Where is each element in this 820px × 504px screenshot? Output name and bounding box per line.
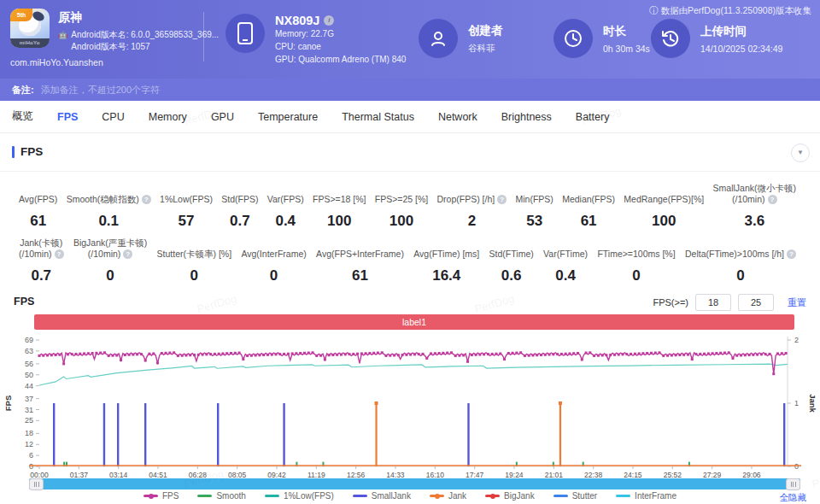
tab-brightness[interactable]: Brightness	[500, 103, 554, 132]
svg-text:11:19: 11:19	[308, 471, 325, 478]
tab-bar: 概览FPSCPUMemoryGPUTemperatureThermal Stat…	[0, 101, 820, 133]
metric-value: 0.7	[19, 267, 64, 284]
hide-all-link[interactable]: 全隐藏	[780, 492, 807, 504]
reset-link[interactable]: 重置	[788, 296, 806, 309]
legend-item-stutter[interactable]: Stutter	[554, 491, 597, 501]
legend-item-jank[interactable]: Jank	[430, 491, 466, 501]
help-icon[interactable]: ?	[123, 249, 132, 259]
upload-time-block: 上传时间 14/10/2025 02:34:49	[651, 19, 782, 58]
metric-label: Var(FPS)	[267, 183, 304, 205]
tab-gpu[interactable]: GPU	[209, 103, 236, 132]
device-info-icon[interactable]: i	[324, 15, 334, 26]
user-icon	[419, 19, 458, 58]
metric-label: BigJank(严重卡顿)(/10min)?	[73, 237, 147, 260]
app-version-code: Android版本号: 1057	[71, 41, 149, 53]
metric-label: Avg(FPS)	[19, 183, 57, 205]
svg-text:2: 2	[794, 336, 799, 344]
metric: 1%Low(FPS)57	[160, 183, 213, 230]
app-brand-label: miHoYo	[10, 38, 50, 48]
android-icon: 🤖	[58, 29, 67, 41]
creator-value: 谷科菲	[468, 43, 503, 55]
svg-text:00:00: 00:00	[30, 471, 49, 478]
svg-text:18: 18	[25, 429, 33, 437]
fps-threshold-input-1[interactable]	[695, 294, 731, 311]
header-divider	[203, 12, 204, 62]
tab-memory[interactable]: Memory	[147, 103, 189, 132]
tab-cpu[interactable]: CPU	[100, 103, 126, 132]
svg-text:63: 63	[25, 347, 33, 355]
metric-value: 0.1	[67, 213, 151, 230]
note-input[interactable]	[41, 85, 383, 95]
metric-label: Var(FTime)	[543, 237, 588, 260]
time-range-scrollbar[interactable]	[29, 478, 800, 489]
divider	[0, 171, 820, 172]
svg-text:44: 44	[25, 382, 33, 390]
legend-item-smalljank[interactable]: SmallJank	[353, 491, 411, 501]
metric-value: 61	[19, 213, 57, 230]
svg-text:6: 6	[29, 451, 33, 460]
metric-value: 3.6	[713, 213, 796, 230]
tab-network[interactable]: Network	[436, 103, 479, 132]
tab-temperature[interactable]: Temperature	[256, 103, 319, 132]
legend-item-bigjank[interactable]: BigJank	[485, 491, 535, 501]
tab-thermal-status[interactable]: Thermal Status	[340, 103, 416, 132]
metric: Median(FPS)61	[562, 183, 615, 230]
svg-text:37: 37	[25, 395, 33, 403]
legend-item-fps[interactable]: FPS	[144, 491, 179, 501]
legend-swatch	[197, 495, 212, 497]
device-memory: Memory: 22.7G	[275, 27, 406, 40]
legend-item-1-low-fps-[interactable]: 1%Low(FPS)	[265, 491, 334, 501]
tab-概览[interactable]: 概览	[10, 101, 35, 132]
legend-swatch	[144, 495, 158, 497]
help-icon[interactable]: ?	[787, 249, 796, 259]
help-icon[interactable]: ?	[768, 195, 777, 204]
collapse-section-button[interactable]: ▼	[791, 144, 810, 162]
metric-label: Avg(FTime) [ms]	[413, 237, 479, 260]
fps-chart[interactable]: 696356504437312518126021000:0001:3703:14…	[0, 331, 820, 478]
legend-label: InterFrame	[635, 491, 676, 501]
app-icon: 5th miHoYo	[10, 9, 50, 48]
app-block: 5th miHoYo 原神 🤖 Android版本名: 6.0.0_365985…	[10, 9, 219, 67]
upload-time-value: 14/10/2025 02:34:49	[700, 44, 782, 54]
report-header: ⓘ 数据由PerfDog(11.3.250908)版本收集 5th miHoYo…	[0, 0, 820, 79]
help-icon[interactable]: ?	[142, 195, 151, 204]
metric-value: 100	[313, 213, 366, 230]
fps-threshold-label: FPS(>=)	[653, 297, 688, 308]
scrollbar-right-handle[interactable]	[786, 478, 800, 490]
metric-row-2: Jank(卡顿)(/10min)?0.7BigJank(严重卡顿)(/10min…	[0, 237, 820, 284]
metric-value: 100	[375, 213, 428, 230]
metric-value: 0	[597, 267, 675, 284]
chart-title: FPS	[14, 296, 34, 308]
help-icon[interactable]: ?	[55, 249, 64, 259]
app-anniversary-badge: 5th	[10, 9, 32, 21]
legend-swatch	[554, 495, 568, 497]
metric-label: Std(FPS)	[221, 183, 258, 205]
metric: Std(FTime)0.6	[489, 237, 534, 284]
help-icon[interactable]: ?	[497, 195, 507, 204]
svg-text:14:33: 14:33	[386, 471, 405, 478]
chart-label-band[interactable]: label1	[34, 314, 794, 330]
fps-threshold-input-2[interactable]	[738, 294, 774, 311]
metric-label: FPS>=18 [%]	[313, 183, 366, 205]
metric: MedRange(FPS)[%]100	[624, 183, 704, 230]
metric-label: Avg(InterFrame)	[241, 237, 306, 260]
legend-item-interframe[interactable]: InterFrame	[616, 491, 676, 501]
tab-battery[interactable]: Battery	[574, 103, 612, 132]
fps-section-title: FPS	[12, 145, 43, 158]
duration-value: 0h 30m 34s	[603, 44, 650, 54]
metric-value: 53	[516, 213, 554, 230]
svg-text:50: 50	[25, 371, 33, 379]
legend-label: Jank	[448, 491, 466, 501]
legend-item-smooth[interactable]: Smooth	[197, 491, 245, 501]
svg-text:29:06: 29:06	[742, 471, 761, 478]
metric-label: Stutter(卡顿率) [%]	[157, 237, 232, 260]
metric: Smooth(稳帧指数)?0.1	[67, 183, 151, 230]
svg-text:Jank: Jank	[808, 394, 817, 413]
svg-text:27:29: 27:29	[703, 471, 722, 478]
device-block: NX809J i Memory: 22.7G CPU: canoe GPU: Q…	[226, 14, 406, 66]
metric: Avg(FTime) [ms]16.4	[413, 237, 479, 284]
legend-label: 1%Low(FPS)	[284, 491, 334, 501]
tab-fps[interactable]: FPS	[56, 103, 79, 132]
scrollbar-left-handle[interactable]	[29, 478, 44, 490]
svg-text:69: 69	[25, 336, 33, 344]
